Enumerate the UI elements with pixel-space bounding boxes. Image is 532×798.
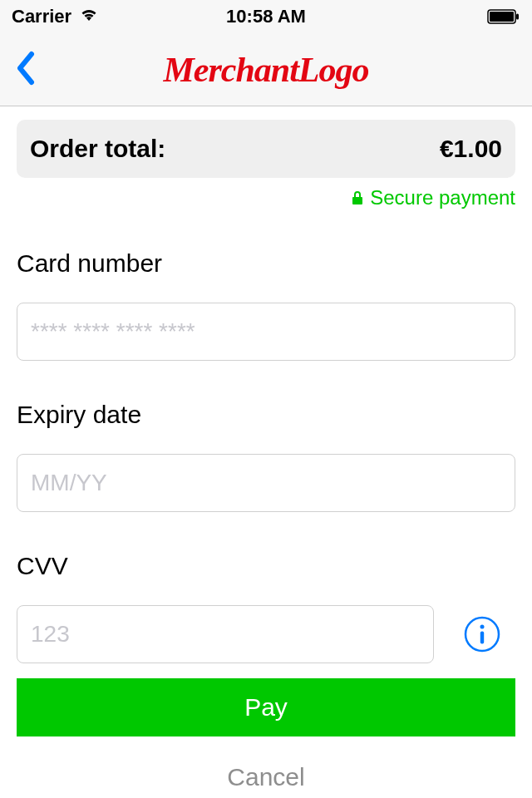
order-total-value: €1.00 [440,135,502,163]
status-bar: Carrier 10:58 AM [0,0,532,33]
order-total-row: Order total: €1.00 [17,120,515,178]
cvv-group: CVV [17,552,515,663]
svg-rect-6 [480,632,484,644]
info-icon [464,616,500,653]
wifi-icon [78,6,100,27]
card-number-group: Card number [17,249,515,361]
pay-button-label: Pay [244,693,288,722]
cvv-label: CVV [17,552,515,580]
cancel-button-label: Cancel [227,763,304,791]
expiry-label: Expiry date [17,401,515,429]
chevron-left-icon [15,51,35,86]
secure-payment-text: Secure payment [370,186,515,209]
svg-rect-2 [516,14,519,20]
card-number-label: Card number [17,249,515,278]
cvv-row [17,605,515,663]
svg-rect-3 [352,197,362,204]
nav-bar: MerchantLogo [0,33,532,106]
carrier-label: Carrier [12,6,71,27]
cvv-info-button[interactable] [464,616,500,653]
cvv-input[interactable] [17,605,434,663]
merchant-logo: MerchantLogo [163,50,368,90]
status-time: 10:58 AM [226,6,306,27]
card-number-input[interactable] [17,303,515,361]
svg-rect-1 [490,12,514,22]
secure-payment: Secure payment [17,186,515,209]
pay-button[interactable]: Pay [17,678,515,736]
battery-icon [487,9,520,24]
order-total-label: Order total: [30,135,165,163]
expiry-group: Expiry date [17,401,515,512]
lock-icon [352,190,363,205]
cancel-button[interactable]: Cancel [17,756,515,798]
expiry-input[interactable] [17,454,515,512]
svg-point-5 [480,625,485,629]
content: Order total: €1.00 Secure payment Card n… [0,106,532,798]
back-button[interactable] [7,42,43,97]
status-left: Carrier [12,6,100,27]
